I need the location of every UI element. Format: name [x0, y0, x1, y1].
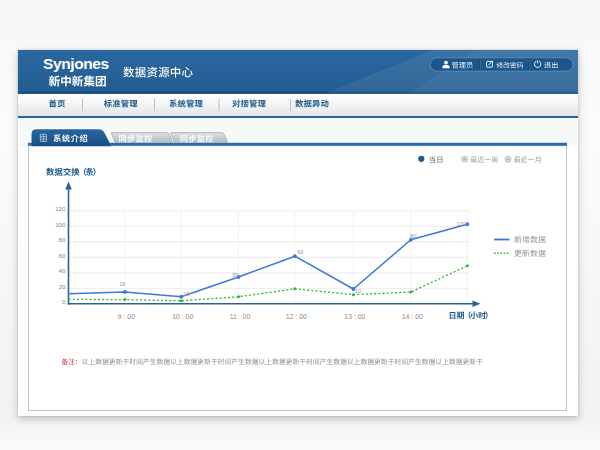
svg-text:13 : 00: 13 : 00 — [344, 313, 365, 320]
svg-text:14 : 00: 14 : 00 — [402, 313, 423, 320]
svg-text:Synjones: Synjones — [43, 55, 109, 72]
svg-text:12 : 00: 12 : 00 — [286, 313, 307, 320]
svg-text:18: 18 — [119, 281, 125, 287]
svg-text:11 : 00: 11 : 00 — [230, 313, 251, 320]
svg-text:35: 35 — [232, 272, 238, 278]
svg-text:80: 80 — [410, 233, 416, 239]
svg-text:60: 60 — [297, 249, 303, 255]
svg-text:100: 100 — [457, 221, 466, 227]
svg-text:10: 10 — [355, 288, 361, 294]
svg-text:80: 80 — [59, 236, 66, 243]
svg-text:10: 10 — [183, 291, 189, 297]
svg-text:120: 120 — [55, 205, 66, 212]
svg-text:60: 60 — [59, 252, 66, 259]
svg-text:10 : 00: 10 : 00 — [172, 313, 193, 320]
svg-text:20: 20 — [59, 283, 66, 290]
svg-text:0: 0 — [62, 298, 66, 305]
svg-text:100: 100 — [55, 221, 66, 228]
svg-text:9 : 00: 9 : 00 — [118, 313, 135, 320]
svg-text:40: 40 — [59, 267, 66, 274]
